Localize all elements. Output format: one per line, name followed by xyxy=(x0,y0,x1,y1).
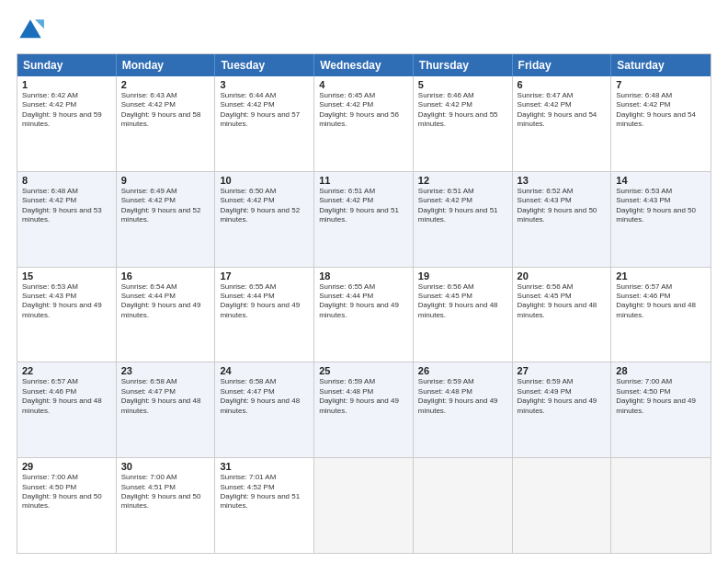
calendar-week-5: 29Sunrise: 7:00 AMSunset: 4:50 PMDayligh… xyxy=(17,457,711,553)
day-number: 18 xyxy=(319,270,408,282)
day-number: 23 xyxy=(121,365,210,376)
calendar-cell: 16Sunrise: 6:54 AMSunset: 4:44 PMDayligh… xyxy=(117,268,216,362)
calendar-cell: 23Sunrise: 6:58 AMSunset: 4:47 PMDayligh… xyxy=(117,362,216,457)
day-number: 5 xyxy=(418,79,507,90)
cell-info: Sunrise: 6:53 AMSunset: 4:43 PMDaylight:… xyxy=(616,187,706,225)
day-number: 22 xyxy=(22,365,111,376)
header-day-friday: Friday xyxy=(513,54,612,76)
cell-info: Sunrise: 7:00 AMSunset: 4:50 PMDaylight:… xyxy=(22,473,111,511)
day-number: 31 xyxy=(220,461,309,472)
calendar-cell: 19Sunrise: 6:56 AMSunset: 4:45 PMDayligh… xyxy=(414,268,513,362)
calendar-cell: 21Sunrise: 6:57 AMSunset: 4:46 PMDayligh… xyxy=(611,268,711,362)
day-number: 7 xyxy=(616,79,706,90)
cell-info: Sunrise: 6:56 AMSunset: 4:45 PMDaylight:… xyxy=(518,282,607,321)
day-number: 28 xyxy=(616,365,706,376)
calendar-cell: 17Sunrise: 6:55 AMSunset: 4:44 PMDayligh… xyxy=(215,268,314,362)
cell-info: Sunrise: 6:52 AMSunset: 4:43 PMDaylight:… xyxy=(518,187,607,225)
calendar-cell: 31Sunrise: 7:01 AMSunset: 4:52 PMDayligh… xyxy=(215,458,314,553)
day-number: 19 xyxy=(418,270,507,282)
cell-info: Sunrise: 6:48 AMSunset: 4:42 PMDaylight:… xyxy=(616,91,706,130)
calendar-cell: 25Sunrise: 6:59 AMSunset: 4:48 PMDayligh… xyxy=(314,362,414,457)
calendar-week-4: 22Sunrise: 6:57 AMSunset: 4:46 PMDayligh… xyxy=(17,362,711,457)
cell-info: Sunrise: 6:45 AMSunset: 4:42 PMDaylight:… xyxy=(319,91,408,130)
header-day-thursday: Thursday xyxy=(414,54,513,76)
calendar-cell: 9Sunrise: 6:49 AMSunset: 4:42 PMDaylight… xyxy=(117,172,216,267)
day-number: 12 xyxy=(418,175,507,186)
calendar-cell: 28Sunrise: 7:00 AMSunset: 4:50 PMDayligh… xyxy=(611,362,711,457)
cell-info: Sunrise: 6:54 AMSunset: 4:44 PMDaylight:… xyxy=(121,282,210,321)
cell-info: Sunrise: 6:57 AMSunset: 4:46 PMDaylight:… xyxy=(616,282,706,321)
day-number: 2 xyxy=(121,79,210,90)
day-number: 16 xyxy=(121,270,210,282)
day-number: 14 xyxy=(616,175,706,186)
calendar-week-2: 8Sunrise: 6:48 AMSunset: 4:42 PMDaylight… xyxy=(17,171,711,267)
day-number: 10 xyxy=(220,175,309,186)
calendar-cell: 13Sunrise: 6:52 AMSunset: 4:43 PMDayligh… xyxy=(513,172,612,267)
page: SundayMondayTuesdayWednesdayThursdayFrid… xyxy=(0,0,728,563)
calendar-cell: 14Sunrise: 6:53 AMSunset: 4:43 PMDayligh… xyxy=(611,172,711,267)
svg-marker-1 xyxy=(35,19,44,29)
day-number: 4 xyxy=(319,79,408,90)
cell-info: Sunrise: 6:51 AMSunset: 4:42 PMDaylight:… xyxy=(319,187,408,225)
cell-info: Sunrise: 7:00 AMSunset: 4:51 PMDaylight:… xyxy=(121,473,210,511)
header-day-saturday: Saturday xyxy=(611,54,711,76)
calendar-cell: 22Sunrise: 6:57 AMSunset: 4:46 PMDayligh… xyxy=(17,362,117,457)
cell-info: Sunrise: 6:48 AMSunset: 4:42 PMDaylight:… xyxy=(22,187,111,225)
day-number: 13 xyxy=(518,175,607,186)
calendar-cell: 20Sunrise: 6:56 AMSunset: 4:45 PMDayligh… xyxy=(513,268,612,362)
calendar-cell: 10Sunrise: 6:50 AMSunset: 4:42 PMDayligh… xyxy=(215,172,314,267)
cell-info: Sunrise: 6:56 AMSunset: 4:45 PMDaylight:… xyxy=(418,282,507,321)
calendar-cell: 24Sunrise: 6:58 AMSunset: 4:47 PMDayligh… xyxy=(215,362,314,457)
calendar-cell: 5Sunrise: 6:46 AMSunset: 4:42 PMDaylight… xyxy=(414,76,513,171)
day-number: 30 xyxy=(121,461,210,472)
logo xyxy=(17,17,48,44)
calendar-cell: 15Sunrise: 6:53 AMSunset: 4:43 PMDayligh… xyxy=(17,268,117,362)
cell-info: Sunrise: 6:57 AMSunset: 4:46 PMDaylight:… xyxy=(22,377,111,416)
day-number: 21 xyxy=(616,270,706,282)
calendar-cell xyxy=(611,458,711,553)
day-number: 29 xyxy=(22,461,111,472)
day-number: 11 xyxy=(319,175,408,186)
cell-info: Sunrise: 7:01 AMSunset: 4:52 PMDaylight:… xyxy=(220,473,309,511)
calendar-cell: 26Sunrise: 6:59 AMSunset: 4:48 PMDayligh… xyxy=(414,362,513,457)
day-number: 8 xyxy=(22,175,111,186)
logo-icon xyxy=(17,17,44,44)
day-number: 6 xyxy=(518,79,607,90)
cell-info: Sunrise: 6:46 AMSunset: 4:42 PMDaylight:… xyxy=(418,91,507,130)
cell-info: Sunrise: 6:55 AMSunset: 4:44 PMDaylight:… xyxy=(319,282,408,321)
calendar-cell: 1Sunrise: 6:42 AMSunset: 4:42 PMDaylight… xyxy=(17,76,117,171)
calendar-cell: 18Sunrise: 6:55 AMSunset: 4:44 PMDayligh… xyxy=(314,268,414,362)
calendar-cell: 29Sunrise: 7:00 AMSunset: 4:50 PMDayligh… xyxy=(17,458,117,553)
calendar-cell: 27Sunrise: 6:59 AMSunset: 4:49 PMDayligh… xyxy=(513,362,612,457)
cell-info: Sunrise: 6:53 AMSunset: 4:43 PMDaylight:… xyxy=(22,282,111,321)
day-number: 20 xyxy=(518,270,607,282)
header-day-monday: Monday xyxy=(117,54,216,76)
calendar-cell: 8Sunrise: 6:48 AMSunset: 4:42 PMDaylight… xyxy=(17,172,117,267)
calendar-cell: 11Sunrise: 6:51 AMSunset: 4:42 PMDayligh… xyxy=(314,172,414,267)
calendar-cell: 4Sunrise: 6:45 AMSunset: 4:42 PMDaylight… xyxy=(314,76,414,171)
cell-info: Sunrise: 6:59 AMSunset: 4:49 PMDaylight:… xyxy=(518,377,607,416)
header-day-wednesday: Wednesday xyxy=(314,54,414,76)
calendar-cell: 2Sunrise: 6:43 AMSunset: 4:42 PMDaylight… xyxy=(117,76,216,171)
cell-info: Sunrise: 6:58 AMSunset: 4:47 PMDaylight:… xyxy=(121,377,210,416)
day-number: 9 xyxy=(121,175,210,186)
day-number: 26 xyxy=(418,365,507,376)
day-number: 15 xyxy=(22,270,111,282)
cell-info: Sunrise: 6:58 AMSunset: 4:47 PMDaylight:… xyxy=(220,377,309,416)
header xyxy=(17,17,711,44)
day-number: 17 xyxy=(220,270,309,282)
calendar-cell xyxy=(414,458,513,553)
cell-info: Sunrise: 6:50 AMSunset: 4:42 PMDaylight:… xyxy=(220,187,309,225)
calendar-cell xyxy=(513,458,612,553)
day-number: 25 xyxy=(319,365,408,376)
cell-info: Sunrise: 6:59 AMSunset: 4:48 PMDaylight:… xyxy=(418,377,507,416)
cell-info: Sunrise: 6:59 AMSunset: 4:48 PMDaylight:… xyxy=(319,377,408,416)
cell-info: Sunrise: 6:49 AMSunset: 4:42 PMDaylight:… xyxy=(121,187,210,225)
calendar-cell: 7Sunrise: 6:48 AMSunset: 4:42 PMDaylight… xyxy=(611,76,711,171)
day-number: 24 xyxy=(220,365,309,376)
cell-info: Sunrise: 6:47 AMSunset: 4:42 PMDaylight:… xyxy=(518,91,607,130)
calendar-cell: 3Sunrise: 6:44 AMSunset: 4:42 PMDaylight… xyxy=(215,76,314,171)
day-number: 3 xyxy=(220,79,309,90)
cell-info: Sunrise: 6:44 AMSunset: 4:42 PMDaylight:… xyxy=(220,91,309,130)
header-day-sunday: Sunday xyxy=(17,54,117,76)
